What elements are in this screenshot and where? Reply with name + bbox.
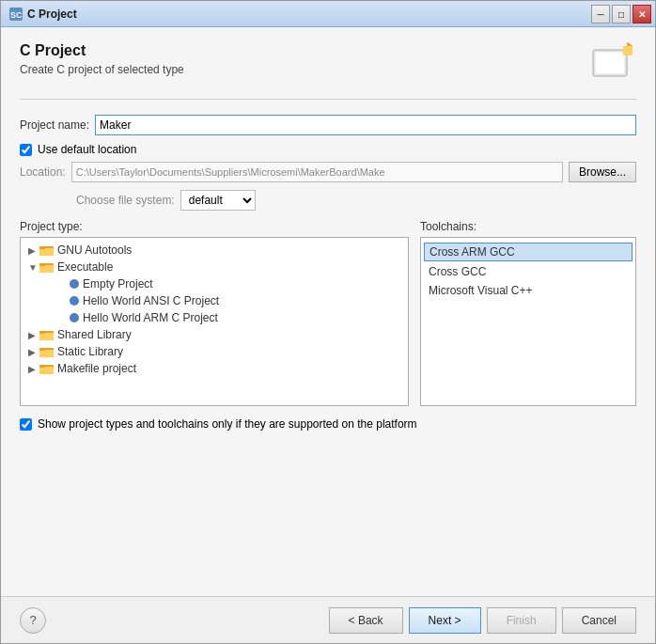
leaf-dot-arm (70, 313, 79, 322)
folder-icon-exec (39, 260, 55, 274)
project-name-input[interactable] (95, 115, 636, 135)
svg-rect-9 (39, 246, 45, 249)
dialog-content: C Project Create C project of selected t… (1, 27, 655, 596)
toolchain-item-cross-gcc[interactable]: Cross GCC (421, 262, 635, 281)
svg-rect-3 (595, 52, 625, 74)
tree-item-hello-arm[interactable]: Hello World ARM C Project (21, 309, 408, 326)
next-button[interactable]: Next > (409, 607, 481, 634)
svg-rect-8 (39, 248, 54, 256)
minimize-button[interactable]: ─ (591, 5, 610, 24)
project-type-section: Project type: (20, 220, 409, 237)
folder-icon-shared (39, 328, 55, 341)
tree-label-empty: Empty Project (83, 277, 153, 291)
toolchains-tree[interactable]: Cross ARM GCC Cross GCC Microsoft Visual… (420, 237, 636, 406)
project-name-row: Project name: (20, 115, 636, 135)
browse-button[interactable]: Browse... (569, 162, 636, 182)
expand-icon-static: ▶ (28, 347, 39, 357)
button-bar: ? < Back Next > Finish Cancel (1, 596, 655, 643)
nav-buttons: < Back Next > Finish Cancel (329, 607, 636, 634)
window-controls: ─ □ ✕ (591, 5, 651, 24)
svg-rect-17 (39, 350, 54, 357)
filesystem-label: Choose file system: (76, 194, 175, 207)
tree-item-makefile[interactable]: ▶ Makefile project (21, 360, 408, 377)
page-title: C Project (20, 42, 184, 59)
expand-icon-gnu: ▶ (28, 245, 39, 256)
tree-label-makefile: Makefile project (57, 362, 136, 375)
toolchain-label-ms-visual-cpp: Microsoft Visual C++ (429, 284, 533, 297)
show-supported-checkbox-row: Show project types and toolchains only i… (20, 417, 636, 431)
back-button[interactable]: < Back (329, 607, 403, 634)
filesystem-row: Choose file system: default (20, 190, 636, 211)
tree-label-static: Static Library (57, 345, 123, 358)
close-button[interactable]: ✕ (633, 5, 651, 24)
show-supported-label: Show project types and toolchains only i… (38, 417, 417, 431)
svg-rect-20 (39, 367, 54, 374)
default-location-checkbox[interactable] (20, 144, 32, 156)
window-title: C Project (27, 8, 77, 21)
svg-rect-12 (39, 263, 45, 266)
expand-icon-makefile: ▶ (28, 364, 39, 374)
location-input[interactable] (71, 162, 563, 182)
cancel-button[interactable]: Cancel (562, 607, 636, 634)
toolchain-label-cross-arm: Cross ARM GCC (430, 245, 515, 259)
filesystem-select[interactable]: default (180, 190, 256, 211)
expand-icon-shared: ▶ (28, 330, 39, 340)
tree-label-gnu: GNU Autotools (57, 243, 132, 257)
expand-icon-exec: ▼ (28, 262, 39, 273)
tree-label-arm: Hello World ARM C Project (83, 311, 218, 324)
folder-icon-static (39, 345, 55, 358)
show-supported-checkbox[interactable] (20, 418, 32, 431)
location-row: Location: Browse... (20, 162, 636, 182)
maximize-button[interactable]: □ (612, 5, 631, 24)
title-bar: SC C Project ─ □ ✕ (1, 1, 655, 27)
leaf-dot-ansi (70, 296, 79, 306)
tree-item-executable[interactable]: ▼ Executable (21, 259, 408, 275)
tree-label-ansi: Hello World ANSI C Project (83, 294, 219, 307)
tree-item-shared-library[interactable]: ▶ Shared Library (21, 326, 408, 343)
help-button[interactable]: ? (20, 607, 46, 634)
page-header: C Project Create C project of selected t… (20, 42, 636, 100)
tree-item-empty-project[interactable]: Empty Project (21, 275, 408, 292)
page-subtitle: Create C project of selected type (20, 63, 184, 76)
project-type-label: Project type: (20, 220, 409, 233)
svg-rect-18 (39, 348, 45, 351)
window-icon: SC (8, 7, 23, 22)
tree-item-gnu-autotools[interactable]: ▶ GNU Autotools (21, 242, 408, 259)
svg-rect-14 (39, 333, 54, 340)
tree-item-hello-ansi[interactable]: Hello World ANSI C Project (21, 292, 408, 309)
toolchains-section: Toolchains: (420, 220, 636, 237)
finish-button[interactable]: Finish (487, 607, 556, 634)
location-label: Location: (20, 165, 66, 179)
default-location-row: Use default location (20, 143, 636, 156)
two-col-panels: ▶ GNU Autotools ▼ (20, 237, 636, 406)
window: SC C Project ─ □ ✕ C Project Create C pr… (0, 0, 656, 644)
tree-label-shared: Shared Library (57, 328, 132, 341)
svg-text:SC: SC (10, 10, 23, 20)
project-type-tree[interactable]: ▶ GNU Autotools ▼ (20, 237, 409, 406)
toolchain-item-ms-visual-cpp[interactable]: Microsoft Visual C++ (421, 281, 635, 300)
svg-rect-11 (39, 265, 54, 273)
toolchain-item-cross-arm-gcc[interactable]: Cross ARM GCC (424, 243, 633, 261)
folder-icon-makefile (39, 362, 55, 375)
svg-marker-4 (623, 46, 633, 55)
default-location-label: Use default location (38, 143, 136, 156)
toolchains-label: Toolchains: (420, 220, 636, 233)
project-name-label: Project name: (20, 118, 89, 132)
page-icon (591, 42, 636, 87)
svg-rect-21 (39, 365, 45, 368)
tree-label-exec: Executable (57, 260, 113, 274)
leaf-dot-empty (70, 279, 79, 289)
folder-icon-gnu (39, 243, 55, 257)
tree-item-static-library[interactable]: ▶ Static Library (21, 343, 408, 360)
header-text: C Project Create C project of selected t… (20, 42, 184, 76)
toolchain-label-cross-gcc: Cross GCC (429, 265, 486, 278)
svg-rect-15 (39, 331, 45, 334)
